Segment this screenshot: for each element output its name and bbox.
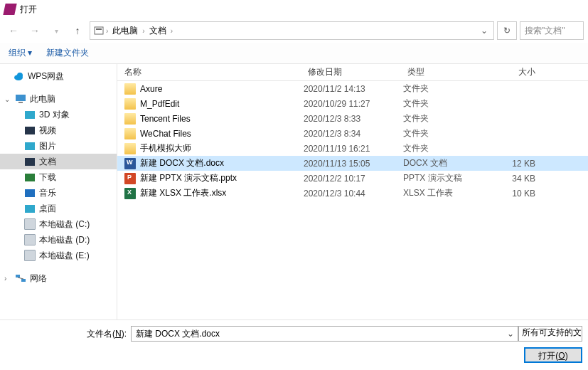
file-size: 10 KB	[492, 189, 545, 199]
file-name: 新建 DOCX 文档.docx	[140, 157, 224, 169]
file-row[interactable]: M_PdfEdit2020/10/29 11:27文件夹	[117, 96, 588, 111]
sidebar-item-5[interactable]: 音乐	[0, 185, 117, 201]
folder-icon	[124, 98, 136, 110]
sidebar-item-8[interactable]: 本地磁盘 (D:)	[0, 232, 117, 248]
sidebar-item-9[interactable]: 本地磁盘 (E:)	[0, 248, 117, 263]
pptx-icon	[124, 173, 136, 184]
file-row[interactable]: Tencent Files2020/12/3 8:33文件夹	[117, 111, 588, 126]
svg-rect-0	[95, 27, 103, 34]
refresh-button[interactable]: ↻	[497, 21, 517, 40]
svg-point-3	[17, 73, 23, 78]
sidebar-item-label: 图片	[39, 140, 56, 152]
sidebar-item-6[interactable]: 桌面	[0, 201, 117, 216]
breadcrumb-this-pc[interactable]: 此电脑	[109, 23, 141, 38]
file-type: 文件夹	[403, 112, 492, 125]
chevron-icon: ›	[142, 27, 144, 35]
folder-icon	[124, 83, 136, 95]
recent-dropdown[interactable]: ▾	[47, 21, 65, 40]
file-type-filter[interactable]: 所有可支持的文	[518, 326, 582, 342]
sidebar-item-wps[interactable]: WPS网盘	[0, 68, 117, 84]
svg-rect-4	[16, 95, 26, 101]
disk-icon	[24, 250, 36, 261]
file-row[interactable]: 新建 PPTX 演示文稿.pptx2020/12/2 10:17PPTX 演示文…	[117, 171, 588, 186]
file-size: 12 KB	[492, 159, 545, 169]
folder-icon	[124, 113, 136, 125]
file-row[interactable]: WeChat Files2020/12/3 8:34文件夹	[117, 126, 588, 141]
window-title: 打开	[20, 4, 37, 16]
toolbar: 组织 ▾ 新建文件夹	[0, 43, 588, 64]
folder-icon	[24, 140, 36, 152]
sidebar-item-7[interactable]: 本地磁盘 (C:)	[0, 216, 117, 232]
file-date: 2020/11/19 16:21	[304, 144, 403, 154]
body-area: WPS网盘 ⌄ 此电脑 3D 对象视频图片文档下载音乐桌面本地磁盘 (C:)本地…	[0, 64, 588, 319]
breadcrumb[interactable]: › 此电脑 › 文档 › ⌄	[90, 21, 494, 40]
sidebar-item-this-pc[interactable]: ⌄ 此电脑	[0, 91, 117, 107]
folder-icon	[24, 187, 36, 199]
app-icon	[3, 4, 16, 15]
folder-icon	[24, 125, 36, 136]
file-type: DOCX 文档	[403, 157, 492, 169]
disk-icon	[24, 234, 36, 245]
svg-line-15	[18, 278, 23, 279]
chevron-icon: ›	[106, 27, 108, 35]
file-area: 名称 修改日期 类型 大小 Axure2020/11/2 14:13文件夹M_P…	[117, 64, 588, 319]
svg-rect-14	[21, 279, 26, 282]
svg-rect-10	[25, 174, 35, 181]
file-name: Tencent Files	[140, 114, 191, 124]
new-folder-button[interactable]: 新建文件夹	[46, 47, 89, 59]
svg-rect-6	[25, 111, 35, 119]
file-type: XLSX 工作表	[403, 187, 492, 199]
file-type: 文件夹	[403, 127, 492, 139]
sidebar-item-label: 文档	[39, 156, 56, 168]
column-type[interactable]: 类型	[403, 66, 492, 78]
open-button[interactable]: 打开(O)	[524, 347, 582, 363]
sidebar-item-0[interactable]: 3D 对象	[0, 107, 117, 122]
file-date: 2020/12/3 10:44	[304, 189, 403, 199]
collapse-icon[interactable]: ⌄	[4, 95, 11, 103]
file-date: 2020/11/2 14:13	[304, 84, 403, 94]
file-size: 34 KB	[492, 174, 545, 184]
sidebar-item-4[interactable]: 下载	[0, 169, 117, 185]
svg-rect-12	[25, 205, 35, 213]
svg-rect-13	[16, 275, 20, 278]
file-date: 2020/12/3 8:33	[304, 114, 403, 124]
svg-rect-5	[18, 102, 23, 103]
svg-rect-8	[25, 142, 35, 150]
file-row[interactable]: Axure2020/11/2 14:13文件夹	[117, 81, 588, 96]
file-name: M_PdfEdit	[140, 99, 179, 109]
sidebar-item-2[interactable]: 图片	[0, 138, 117, 154]
search-input[interactable]: 搜索"文档"	[520, 21, 584, 40]
sidebar-item-1[interactable]: 视频	[0, 122, 117, 138]
sidebar-item-label: 视频	[39, 125, 56, 137]
docx-icon	[124, 158, 136, 169]
back-button[interactable]: ←	[4, 21, 23, 40]
filename-input[interactable]	[131, 326, 518, 342]
folder-icon	[24, 109, 36, 120]
file-name: 新建 XLSX 工作表.xlsx	[140, 187, 226, 199]
file-row[interactable]: 新建 DOCX 文档.docx2020/11/13 15:05DOCX 文档12…	[117, 156, 588, 171]
svg-rect-7	[25, 127, 35, 134]
sidebar-item-label: 本地磁盘 (C:)	[39, 218, 90, 231]
file-name: WeChat Files	[140, 129, 191, 139]
file-name: 手机模拟大师	[140, 142, 191, 154]
folder-icon	[124, 128, 136, 139]
network-icon	[15, 273, 26, 284]
folder-icon	[24, 156, 36, 167]
file-row[interactable]: 手机模拟大师2020/11/19 16:21文件夹	[117, 141, 588, 156]
column-size[interactable]: 大小	[492, 66, 545, 78]
organize-menu[interactable]: 组织 ▾	[9, 47, 32, 59]
breadcrumb-dropdown-icon[interactable]: ⌄	[478, 26, 491, 36]
forward-button[interactable]: →	[26, 21, 44, 40]
file-row[interactable]: 新建 XLSX 工作表.xlsx2020/12/3 10:44XLSX 工作表1…	[117, 186, 588, 201]
up-button[interactable]: ↑	[68, 21, 87, 40]
column-date[interactable]: 修改日期	[304, 66, 403, 78]
expand-icon[interactable]: ›	[4, 275, 11, 282]
column-headers: 名称 修改日期 类型 大小	[117, 64, 588, 81]
column-name[interactable]: 名称	[117, 66, 304, 78]
sidebar-item-label: 本地磁盘 (E:)	[39, 250, 90, 262]
sidebar-item-network[interactable]: › 网络	[0, 270, 117, 286]
disk-icon	[24, 218, 36, 230]
breadcrumb-documents[interactable]: 文档	[146, 23, 169, 38]
file-name: Axure	[140, 84, 162, 94]
sidebar-item-3[interactable]: 文档	[0, 154, 117, 169]
